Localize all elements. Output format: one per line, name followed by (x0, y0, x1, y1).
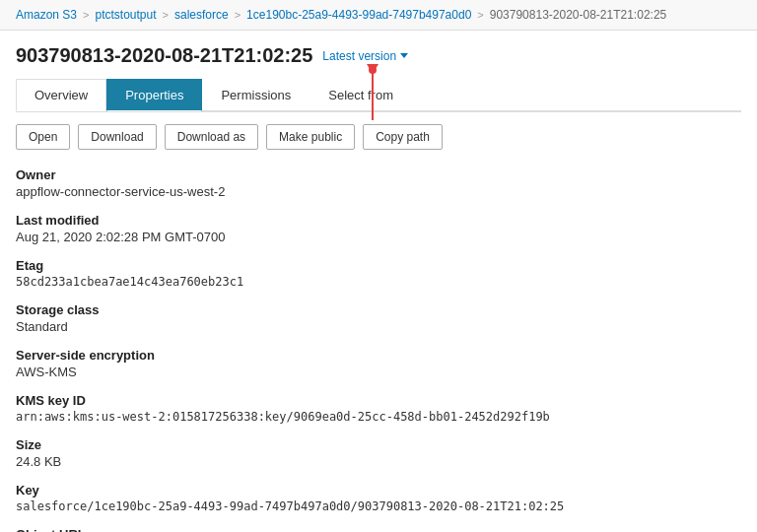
tab-properties[interactable]: Properties (106, 79, 202, 111)
breadcrumb-uuid[interactable]: 1ce190bc-25a9-4493-99ad-7497b497a0d0 (246, 8, 471, 22)
properties-panel: Owner appflow-connector-service-us-west-… (16, 164, 741, 532)
prop-storage-class-value: Standard (16, 319, 741, 334)
download-as-button[interactable]: Download as (165, 124, 258, 150)
prop-storage-class: Storage class Standard (16, 302, 741, 334)
prop-owner-value: appflow-connector-service-us-west-2 (16, 184, 741, 199)
prop-storage-class-label: Storage class (16, 302, 741, 317)
prop-object-url: Object URL https://ptctstoutput.s3-us-we… (16, 527, 741, 532)
prop-owner-label: Owner (16, 167, 741, 182)
breadcrumb-sep-4: > (477, 9, 483, 21)
prop-owner: Owner appflow-connector-service-us-west-… (16, 167, 741, 199)
action-buttons: Open Download Download as Make public Co… (16, 112, 741, 164)
prop-kms-key: KMS key ID arn:aws:kms:us-west-2:0158172… (16, 393, 741, 424)
version-label: Latest version (322, 49, 396, 63)
annotation-container: Open Download Download as Make public Co… (16, 112, 741, 164)
prop-server-encryption: Server-side encryption AWS-KMS (16, 348, 741, 379)
breadcrumb-sep-3: > (235, 9, 241, 21)
tab-overview[interactable]: Overview (16, 79, 106, 111)
copy-path-button[interactable]: Copy path (363, 124, 443, 150)
breadcrumb-current: 903790813-2020-08-21T21:02:25 (490, 8, 666, 22)
breadcrumb-sep-2: > (163, 9, 169, 21)
chevron-down-icon (400, 53, 408, 58)
prop-last-modified-label: Last modified (16, 213, 741, 228)
prop-object-url-label: Object URL (16, 527, 741, 532)
download-button[interactable]: Download (78, 124, 156, 150)
tab-bar: Overview Properties Permissions Select f… (16, 79, 741, 111)
prop-kms-key-value: arn:aws:kms:us-west-2:015817256338:key/9… (16, 410, 741, 424)
prop-last-modified: Last modified Aug 21, 2020 2:02:28 PM GM… (16, 213, 741, 244)
prop-etag: Etag 58cd233a1cbea7ae14c43ea760eb23c1 (16, 258, 741, 289)
prop-key-label: Key (16, 483, 741, 498)
prop-size-value: 24.8 KB (16, 454, 741, 469)
breadcrumb-salesforce[interactable]: salesforce (174, 8, 229, 22)
breadcrumb-sep-1: > (83, 9, 89, 21)
breadcrumb-ptctstoutput[interactable]: ptctstoutput (95, 8, 156, 22)
make-public-button[interactable]: Make public (266, 124, 355, 150)
title-row: 903790813-2020-08-21T21:02:25 Latest ver… (16, 44, 741, 67)
prop-server-encryption-value: AWS-KMS (16, 365, 741, 379)
prop-last-modified-value: Aug 21, 2020 2:02:28 PM GMT-0700 (16, 230, 741, 244)
tab-content: Open Download Download as Make public Co… (16, 111, 741, 532)
prop-etag-value: 58cd233a1cbea7ae14c43ea760eb23c1 (16, 275, 741, 289)
prop-server-encryption-label: Server-side encryption (16, 348, 741, 363)
prop-size: Size 24.8 KB (16, 437, 741, 469)
tab-select-from[interactable]: Select from (310, 79, 412, 111)
prop-size-label: Size (16, 437, 741, 452)
version-selector[interactable]: Latest version (322, 49, 408, 63)
prop-kms-key-label: KMS key ID (16, 393, 741, 408)
prop-key: Key salesforce/1ce190bc-25a9-4493-99ad-7… (16, 483, 741, 513)
open-button[interactable]: Open (16, 124, 70, 150)
prop-etag-label: Etag (16, 258, 741, 273)
page-title: 903790813-2020-08-21T21:02:25 (16, 44, 312, 67)
tab-permissions[interactable]: Permissions (202, 79, 310, 111)
prop-key-value: salesforce/1ce190bc-25a9-4493-99ad-7497b… (16, 499, 741, 513)
breadcrumb: Amazon S3 > ptctstoutput > salesforce > … (0, 0, 757, 31)
breadcrumb-amazon-s3[interactable]: Amazon S3 (16, 8, 77, 22)
